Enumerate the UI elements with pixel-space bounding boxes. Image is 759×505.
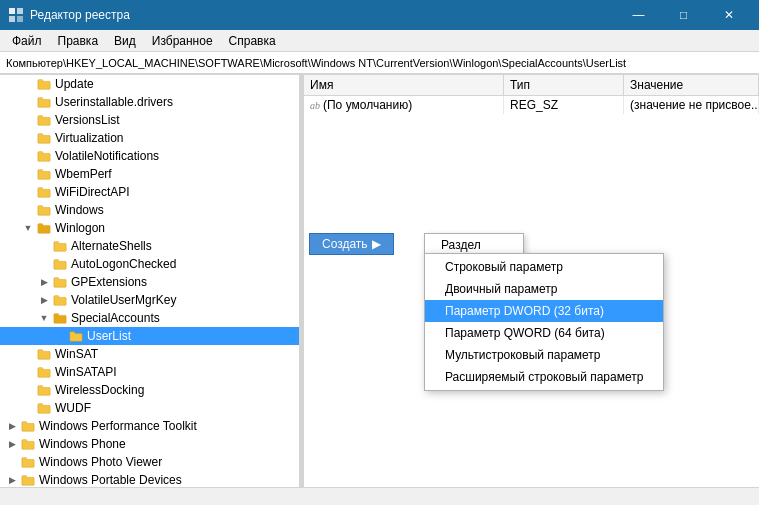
tree-label: VolatileUserMgrKey bbox=[71, 293, 176, 307]
folder-icon bbox=[36, 112, 52, 128]
folder-icon bbox=[36, 382, 52, 398]
tree-item[interactable]: WiFiDirectAPI bbox=[0, 183, 299, 201]
folder-icon bbox=[36, 184, 52, 200]
tree-item[interactable]: Windows bbox=[0, 201, 299, 219]
ctx-multistring-label: Мультистроковый параметр bbox=[445, 348, 601, 362]
tree-arrow-empty bbox=[20, 165, 36, 183]
tree-item[interactable]: WinSAT bbox=[0, 345, 299, 363]
status-bar bbox=[0, 487, 759, 505]
close-button[interactable]: ✕ bbox=[706, 0, 751, 30]
context-menu-overlay[interactable]: Создать ▶ Раздел Строковый параметр Двои… bbox=[304, 75, 759, 487]
tree-arrow-empty bbox=[20, 183, 36, 201]
tree-arrow-icon bbox=[4, 471, 20, 487]
ctx-binary-label: Двоичный параметр bbox=[445, 282, 558, 296]
tree-item[interactable]: Winlogon bbox=[0, 219, 299, 237]
menu-favorites[interactable]: Избранное bbox=[144, 32, 221, 50]
folder-icon bbox=[52, 238, 68, 254]
tree-item[interactable]: GPExtensions bbox=[0, 273, 299, 291]
tree-arrow-empty bbox=[20, 147, 36, 165]
tree-label: WirelessDocking bbox=[55, 383, 144, 397]
folder-icon bbox=[52, 310, 68, 326]
tree-label: WUDF bbox=[55, 401, 91, 415]
tree-item[interactable]: AlternateShells bbox=[0, 237, 299, 255]
menu-help[interactable]: Справка bbox=[221, 32, 284, 50]
tree-arrow-icon bbox=[36, 291, 52, 309]
tree-item[interactable]: VolatileNotifications bbox=[0, 147, 299, 165]
menu-file[interactable]: Файл bbox=[4, 32, 50, 50]
tree-label: AlternateShells bbox=[71, 239, 152, 253]
tree-label: WbemPerf bbox=[55, 167, 112, 181]
tree-arrow-empty bbox=[20, 111, 36, 129]
maximize-button[interactable]: □ bbox=[661, 0, 706, 30]
tree-arrow-empty bbox=[20, 75, 36, 93]
tree-arrow-icon bbox=[4, 435, 20, 453]
tree-label: GPExtensions bbox=[71, 275, 147, 289]
tree-arrow-empty bbox=[36, 237, 52, 255]
window-title: Редактор реестра bbox=[30, 8, 130, 22]
title-bar: Редактор реестра — □ ✕ bbox=[0, 0, 759, 30]
svg-rect-2 bbox=[9, 16, 15, 22]
tree-arrow-empty bbox=[20, 345, 36, 363]
folder-icon bbox=[52, 274, 68, 290]
ctx-multistring-param[interactable]: Мультистроковый параметр bbox=[425, 344, 663, 366]
folder-icon bbox=[36, 220, 52, 236]
ctx-qword-param[interactable]: Параметр QWORD (64 бита) bbox=[425, 322, 663, 344]
ctx-binary-param[interactable]: Двоичный параметр bbox=[425, 278, 663, 300]
tree-item[interactable]: Windows Performance Toolkit bbox=[0, 417, 299, 435]
context-menu: Строковый параметр Двоичный параметр Пар… bbox=[424, 253, 664, 391]
tree-label: WinSAT bbox=[55, 347, 98, 361]
menu-edit[interactable]: Правка bbox=[50, 32, 107, 50]
tree-label: Virtualization bbox=[55, 131, 123, 145]
tree-label: Windows bbox=[55, 203, 104, 217]
svg-rect-0 bbox=[9, 8, 15, 14]
ctx-dword-label: Параметр DWORD (32 бита) bbox=[445, 304, 604, 318]
create-button[interactable]: Создать ▶ bbox=[309, 233, 394, 255]
folder-icon bbox=[36, 94, 52, 110]
tree-panel: Update Userinstallable.drivers VersionsL… bbox=[0, 75, 300, 487]
folder-icon bbox=[36, 166, 52, 182]
tree-arrow-icon bbox=[4, 417, 20, 435]
tree-item[interactable]: VolatileUserMgrKey bbox=[0, 291, 299, 309]
create-button-area: Создать ▶ bbox=[309, 233, 394, 255]
tree-label: Windows Photo Viewer bbox=[39, 455, 162, 469]
tree-label: Winlogon bbox=[55, 221, 105, 235]
ctx-dword-param[interactable]: Параметр DWORD (32 бита) bbox=[425, 300, 663, 322]
tree-label: Windows Portable Devices bbox=[39, 473, 182, 487]
tree-item[interactable]: Windows Portable Devices bbox=[0, 471, 299, 487]
folder-icon bbox=[20, 436, 36, 452]
tree-label: VolatileNotifications bbox=[55, 149, 159, 163]
tree-arrow-empty bbox=[20, 129, 36, 147]
right-panel: Имя Тип Значение ab (По умолчанию) REG_S… bbox=[304, 75, 759, 487]
tree-scroll[interactable]: Update Userinstallable.drivers VersionsL… bbox=[0, 75, 299, 487]
title-bar-left: Редактор реестра bbox=[8, 7, 130, 23]
menu-view[interactable]: Вид bbox=[106, 32, 144, 50]
tree-item[interactable]: UserList bbox=[0, 327, 299, 345]
tree-item[interactable]: SpecialAccounts bbox=[0, 309, 299, 327]
folder-icon bbox=[20, 418, 36, 434]
tree-item[interactable]: WinSATAPI bbox=[0, 363, 299, 381]
svg-rect-1 bbox=[17, 8, 23, 14]
tree-item[interactable]: WUDF bbox=[0, 399, 299, 417]
tree-item[interactable]: Windows Phone bbox=[0, 435, 299, 453]
ctx-expandstring-param[interactable]: Расширяемый строковый параметр bbox=[425, 366, 663, 388]
tree-label: Windows Performance Toolkit bbox=[39, 419, 197, 433]
tree-item[interactable]: Update bbox=[0, 75, 299, 93]
tree-label: UserList bbox=[87, 329, 131, 343]
tree-arrow-empty bbox=[4, 453, 20, 471]
tree-item[interactable]: AutoLogonChecked bbox=[0, 255, 299, 273]
folder-icon bbox=[36, 364, 52, 380]
tree-item[interactable]: VersionsList bbox=[0, 111, 299, 129]
tree-label: VersionsList bbox=[55, 113, 120, 127]
ctx-string-param[interactable]: Строковый параметр bbox=[425, 256, 663, 278]
tree-item[interactable]: Virtualization bbox=[0, 129, 299, 147]
folder-icon bbox=[36, 130, 52, 146]
tree-item[interactable]: WbemPerf bbox=[0, 165, 299, 183]
tree-arrow-empty bbox=[52, 327, 68, 345]
tree-item[interactable]: WirelessDocking bbox=[0, 381, 299, 399]
tree-item[interactable]: Windows Photo Viewer bbox=[0, 453, 299, 471]
folder-icon bbox=[36, 148, 52, 164]
tree-arrow-empty bbox=[20, 93, 36, 111]
folder-icon bbox=[36, 76, 52, 92]
tree-item[interactable]: Userinstallable.drivers bbox=[0, 93, 299, 111]
minimize-button[interactable]: — bbox=[616, 0, 661, 30]
